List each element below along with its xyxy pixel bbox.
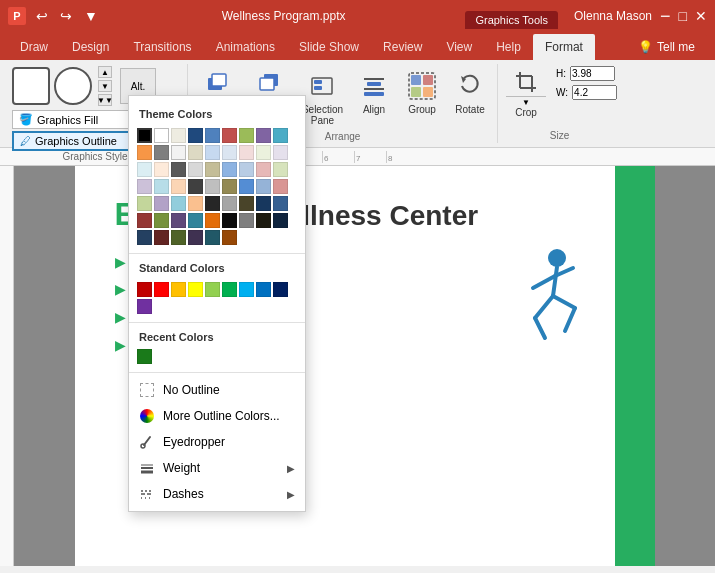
color-green[interactable] bbox=[239, 128, 254, 143]
weight-item[interactable]: Weight ▶ bbox=[129, 455, 305, 481]
undo-button[interactable]: ↩ bbox=[32, 6, 52, 26]
color-t6-3[interactable] bbox=[256, 213, 271, 228]
align-button[interactable]: Align bbox=[351, 66, 397, 131]
color-t3-6[interactable] bbox=[256, 162, 271, 177]
color-t6-4[interactable] bbox=[273, 213, 288, 228]
color-t4-10[interactable] bbox=[188, 196, 203, 211]
color-purple[interactable] bbox=[256, 128, 271, 143]
color-t3-5[interactable] bbox=[239, 162, 254, 177]
color-t4-2[interactable] bbox=[205, 179, 220, 194]
no-outline-item[interactable]: No Outline bbox=[129, 377, 305, 403]
tab-view[interactable]: View bbox=[434, 34, 484, 60]
color-t2-3[interactable] bbox=[188, 145, 203, 160]
scroll-up-button[interactable]: ▲ bbox=[98, 66, 112, 78]
color-t3-2[interactable] bbox=[188, 162, 203, 177]
std-c9[interactable] bbox=[273, 282, 288, 297]
color-t5-2[interactable] bbox=[222, 196, 237, 211]
eyedropper-item[interactable]: Eyedropper bbox=[129, 429, 305, 455]
color-lightblue[interactable] bbox=[273, 128, 288, 143]
group-button[interactable]: Group bbox=[399, 66, 445, 131]
color-t3-10[interactable] bbox=[171, 179, 186, 194]
quick-access-more[interactable]: ▼ bbox=[80, 6, 102, 26]
color-t5-4[interactable] bbox=[256, 196, 271, 211]
std-c6[interactable] bbox=[222, 282, 237, 297]
tab-transitions[interactable]: Transitions bbox=[121, 34, 203, 60]
width-input[interactable] bbox=[572, 85, 617, 100]
color-t2-2[interactable] bbox=[171, 145, 186, 160]
color-t4-7[interactable] bbox=[137, 196, 152, 211]
recent-c1[interactable] bbox=[137, 349, 152, 364]
std-c4[interactable] bbox=[188, 282, 203, 297]
color-orange[interactable] bbox=[137, 145, 152, 160]
color-t6-9[interactable] bbox=[205, 230, 220, 245]
tab-help[interactable]: Help bbox=[484, 34, 533, 60]
tab-format[interactable]: Format bbox=[533, 34, 595, 60]
color-blue[interactable] bbox=[205, 128, 220, 143]
color-t2-5[interactable] bbox=[222, 145, 237, 160]
color-t6-6[interactable] bbox=[154, 230, 169, 245]
color-t4-3[interactable] bbox=[222, 179, 237, 194]
color-t3-1[interactable] bbox=[171, 162, 186, 177]
color-t3-7[interactable] bbox=[273, 162, 288, 177]
color-white[interactable] bbox=[154, 128, 169, 143]
std-c7[interactable] bbox=[239, 282, 254, 297]
color-tan[interactable] bbox=[171, 128, 186, 143]
minimize-button[interactable]: − bbox=[660, 6, 671, 27]
color-t3-4[interactable] bbox=[222, 162, 237, 177]
color-t3-3[interactable] bbox=[205, 162, 220, 177]
scroll-down-button[interactable]: ▼ bbox=[98, 80, 112, 92]
color-t3-8[interactable] bbox=[137, 179, 152, 194]
color-red[interactable] bbox=[222, 128, 237, 143]
tab-slideshow[interactable]: Slide Show bbox=[287, 34, 371, 60]
crop-arrow[interactable]: ▼ bbox=[506, 96, 546, 107]
color-t4-5[interactable] bbox=[256, 179, 271, 194]
more-outline-colors-item[interactable]: More Outline Colors... bbox=[129, 403, 305, 429]
color-darkblue[interactable] bbox=[188, 128, 203, 143]
color-t2-1[interactable] bbox=[154, 145, 169, 160]
height-input[interactable] bbox=[570, 66, 615, 81]
color-t2-8[interactable] bbox=[273, 145, 288, 160]
std-c3[interactable] bbox=[171, 282, 186, 297]
color-t6-10[interactable] bbox=[222, 230, 237, 245]
std-c10[interactable] bbox=[137, 299, 152, 314]
color-t2-7[interactable] bbox=[256, 145, 271, 160]
crop-button[interactable]: ▼ Crop bbox=[502, 66, 550, 120]
color-t3-9[interactable] bbox=[154, 179, 169, 194]
color-t4-1[interactable] bbox=[188, 179, 203, 194]
color-t6-1[interactable] bbox=[222, 213, 237, 228]
redo-button[interactable]: ↪ bbox=[56, 6, 76, 26]
color-t4-8[interactable] bbox=[154, 196, 169, 211]
color-t2-4[interactable] bbox=[205, 145, 220, 160]
color-t5-1[interactable] bbox=[205, 196, 220, 211]
color-t5-9[interactable] bbox=[188, 213, 203, 228]
color-t4-9[interactable] bbox=[171, 196, 186, 211]
color-t6-2[interactable] bbox=[239, 213, 254, 228]
std-c5[interactable] bbox=[205, 282, 220, 297]
scroll-more-button[interactable]: ▼▼ bbox=[98, 94, 112, 106]
tab-animations[interactable]: Animations bbox=[204, 34, 287, 60]
close-button[interactable]: ✕ bbox=[695, 8, 707, 24]
shape-preview-rect[interactable] bbox=[12, 67, 50, 105]
shape-preview-circle[interactable] bbox=[54, 67, 92, 105]
std-c8[interactable] bbox=[256, 282, 271, 297]
maximize-button[interactable]: □ bbox=[679, 8, 687, 24]
tab-draw[interactable]: Draw bbox=[8, 34, 60, 60]
tell-me-tab[interactable]: 💡 Tell me bbox=[626, 34, 707, 60]
color-t6-8[interactable] bbox=[188, 230, 203, 245]
color-t5-7[interactable] bbox=[154, 213, 169, 228]
tab-review[interactable]: Review bbox=[371, 34, 434, 60]
std-c1[interactable] bbox=[137, 282, 152, 297]
color-t5-6[interactable] bbox=[137, 213, 152, 228]
color-t5-5[interactable] bbox=[273, 196, 288, 211]
dashes-item[interactable]: Dashes ▶ bbox=[129, 481, 305, 507]
color-t4-4[interactable] bbox=[239, 179, 254, 194]
color-t6-5[interactable] bbox=[137, 230, 152, 245]
color-t2-10[interactable] bbox=[154, 162, 169, 177]
std-c2[interactable] bbox=[154, 282, 169, 297]
color-t6-7[interactable] bbox=[171, 230, 186, 245]
tab-design[interactable]: Design bbox=[60, 34, 121, 60]
color-black[interactable] bbox=[137, 128, 152, 143]
color-t5-3[interactable] bbox=[239, 196, 254, 211]
color-t2-9[interactable] bbox=[137, 162, 152, 177]
color-t4-6[interactable] bbox=[273, 179, 288, 194]
